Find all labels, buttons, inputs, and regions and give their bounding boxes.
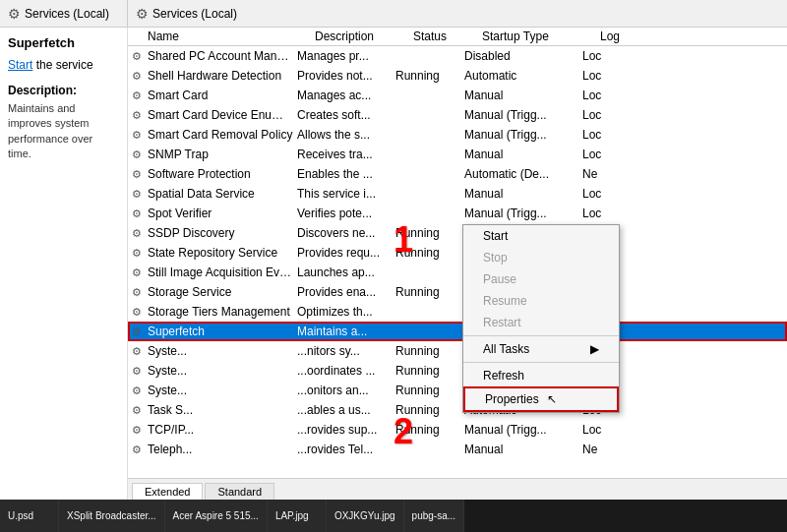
table-row[interactable]: ⚙ Shared PC Account Manager Manages pr..… — [128, 46, 787, 66]
ctx-properties[interactable]: Properties↖ — [463, 386, 619, 412]
ctx-stop: Stop — [463, 247, 619, 268]
step-number-1: 1 — [394, 219, 413, 261]
ctx-item-label: All Tasks — [483, 342, 529, 356]
table-row[interactable]: ⚙ Still Image Acquisition Events Launche… — [128, 263, 787, 282]
service-desc-cell: Maintains a... — [295, 325, 394, 338]
table-row[interactable]: ⚙ Smart Card Removal Policy Allows the s… — [128, 125, 787, 145]
tab-extended[interactable]: Extended — [132, 483, 203, 500]
step-number-2: 2 — [394, 411, 413, 452]
service-icon: ⚙ — [128, 266, 146, 279]
service-icon: ⚙ — [128, 286, 146, 299]
service-name-cell: Storage Tiers Management — [146, 305, 295, 319]
service-status-cell: Running — [394, 285, 462, 299]
service-log-cell: Loc — [580, 89, 630, 102]
service-startup-cell: Manual — [462, 443, 580, 456]
taskbar-item[interactable]: pubg-sa... — [404, 500, 464, 532]
service-log-cell: Loc — [580, 187, 630, 201]
service-startup-cell: Manual — [462, 89, 580, 102]
service-desc-cell: Provides requ... — [295, 246, 394, 260]
table-row[interactable]: ⚙ Syste... ...oordinates ... Running Aut… — [128, 361, 787, 381]
table-row[interactable]: ⚙ State Repository Service Provides requ… — [128, 243, 787, 263]
table-row[interactable]: ⚙ Storage Service Provides ena... Runnin… — [128, 282, 787, 302]
service-name-cell: Storage Service — [146, 285, 295, 299]
taskbar-item[interactable]: XSplit Broadcaster... — [59, 500, 165, 532]
service-desc-cell: Discovers ne... — [295, 226, 394, 240]
ctx-start[interactable]: Start — [463, 225, 619, 247]
table-row[interactable]: ⚙ Task S... ...ables a us... Running Aut… — [128, 400, 787, 420]
main-container: Superfetch Start the service Description… — [0, 28, 787, 500]
description-label: Description: — [8, 84, 119, 97]
service-icon: ⚙ — [128, 129, 146, 142]
service-log-cell: Loc — [580, 423, 630, 437]
title-bar-left: ⚙ Services (Local) — [0, 0, 128, 27]
header-status[interactable]: Status — [411, 30, 480, 43]
service-desc-cell: Optimizes th... — [295, 305, 394, 319]
service-startup-cell: Manual — [462, 187, 580, 201]
header-logon[interactable]: Log — [598, 30, 647, 43]
left-panel: Superfetch Start the service Description… — [0, 28, 128, 500]
service-desc-cell: ...onitors an... — [295, 384, 394, 397]
table-row[interactable]: ⚙ Syste... ...onitors an... Running Auto… — [128, 381, 787, 400]
header-startup[interactable]: Startup Type — [480, 30, 598, 43]
table-row[interactable]: ⚙ Shell Hardware Detection Provides not.… — [128, 66, 787, 86]
service-desc-cell: ...nitors sy... — [295, 344, 394, 358]
ctx-refresh[interactable]: Refresh — [463, 365, 619, 386]
services-icon-right: ⚙ — [136, 6, 149, 22]
service-name-cell: Task S... — [146, 403, 295, 417]
service-status-cell: Running — [394, 384, 462, 397]
service-icon: ⚙ — [128, 207, 146, 220]
taskbar: U.psdXSplit Broadcaster...Acer Aspire 5 … — [0, 500, 787, 532]
table-row[interactable]: ⚙ Storage Tiers Management Optimizes th.… — [128, 302, 787, 322]
service-name-cell: Syste... — [146, 384, 295, 397]
submenu-arrow-icon: ▶ — [590, 342, 599, 356]
table-row[interactable]: ⚙ Spatial Data Service This service i...… — [128, 184, 787, 204]
table-row[interactable]: ⚙ SSDP Discovery Discovers ne... Running… — [128, 223, 787, 243]
service-startup-cell: Disabled — [462, 49, 580, 63]
table-row[interactable]: ⚙ Smart Card Manages ac... Manual Loc — [128, 86, 787, 105]
service-name-cell: Syste... — [146, 344, 295, 358]
service-icon: ⚙ — [128, 325, 146, 338]
service-desc-cell: Provides ena... — [295, 285, 394, 299]
service-desc-cell: Receives tra... — [295, 148, 394, 161]
service-name-cell: SNMP Trap — [146, 148, 295, 161]
service-icon: ⚙ — [128, 227, 146, 240]
ctx-all-tasks[interactable]: All Tasks▶ — [463, 338, 619, 360]
ctx-pause: Pause — [463, 268, 619, 290]
service-status-cell: Running — [394, 344, 462, 358]
table-row[interactable]: ⚙ Superfetch Maintains a... Automatic Lo… — [128, 322, 787, 341]
service-desc-cell: ...ables a us... — [295, 403, 394, 417]
service-startup-cell: Manual (Trigg... — [462, 108, 580, 122]
table-row[interactable]: ⚙ Smart Card Device Enumerat... Creates … — [128, 105, 787, 125]
taskbar-item[interactable]: OXJKGYu.jpg — [327, 500, 404, 532]
taskbar-item[interactable]: LAP.jpg — [268, 500, 327, 532]
table-row[interactable]: ⚙ Syste... ...nitors sy... Running Autom… — [128, 341, 787, 361]
service-desc-cell: ...rovides Tel... — [295, 443, 394, 456]
service-icon: ⚙ — [128, 188, 146, 201]
tab-standard[interactable]: Standard — [205, 483, 274, 500]
table-row[interactable]: ⚙ TCP/IP... ...rovides sup... Running Ma… — [128, 420, 787, 440]
service-desc-cell: Manages pr... — [295, 49, 394, 63]
taskbar-item[interactable]: U.psd — [0, 500, 59, 532]
ctx-restart: Restart — [463, 312, 619, 333]
table-row[interactable]: ⚙ Software Protection Enables the ... Au… — [128, 164, 787, 184]
service-link-area: Start the service — [8, 58, 119, 72]
service-name-cell: Shell Hardware Detection — [146, 69, 295, 83]
start-service-link[interactable]: Start — [8, 58, 32, 72]
header-name[interactable]: Name — [146, 30, 313, 43]
header-description[interactable]: Description — [313, 30, 411, 43]
table-row[interactable]: ⚙ SNMP Trap Receives tra... Manual Loc — [128, 145, 787, 164]
table-row[interactable]: ⚙ Spot Verifier Verifies pote... Manual … — [128, 204, 787, 223]
service-icon: ⚙ — [128, 365, 146, 378]
service-name-cell: Shared PC Account Manager — [146, 49, 295, 63]
service-name-cell: Teleph... — [146, 443, 295, 456]
services-icon: ⚙ — [8, 6, 21, 22]
taskbar-item[interactable]: Acer Aspire 5 515... — [165, 500, 268, 532]
service-startup-cell: Automatic — [462, 69, 580, 83]
service-icon: ⚙ — [128, 404, 146, 417]
table-row[interactable]: ⚙ Teleph... ...rovides Tel... Manual Ne — [128, 440, 787, 459]
service-description-area: Description: Maintains and improves syst… — [8, 84, 119, 162]
service-name-cell: TCP/IP... — [146, 423, 295, 437]
link-suffix: the service — [32, 58, 92, 72]
title-bar-right-text: Services (Local) — [152, 7, 237, 21]
service-icon: ⚙ — [128, 109, 146, 122]
